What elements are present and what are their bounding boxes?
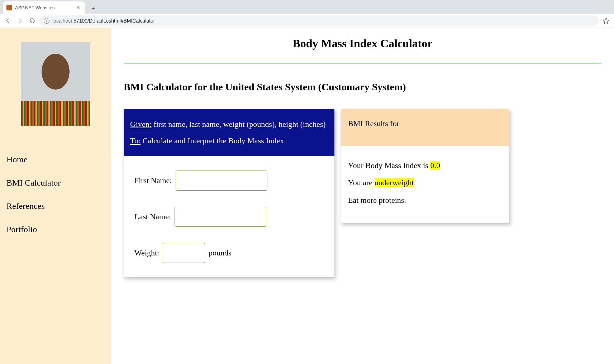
result-advice: Eat more proteins. bbox=[348, 192, 502, 209]
result-status-prefix: You are bbox=[348, 178, 375, 187]
forward-button[interactable] bbox=[15, 16, 25, 26]
bookmark-button[interactable] bbox=[601, 16, 611, 26]
site-info-icon[interactable]: i bbox=[44, 18, 49, 24]
browser-tab[interactable]: ASP.NET Websites ✕ bbox=[3, 1, 85, 14]
result-card: BMI Results for Your Body Mass Index is … bbox=[341, 109, 509, 223]
given-label: Given: bbox=[130, 120, 152, 129]
result-line-status: You are underweight bbox=[348, 174, 502, 191]
result-bmi-prefix: Your Body Mass Index is bbox=[348, 161, 430, 170]
last-name-row: Last Name: bbox=[134, 207, 324, 227]
url-host: localhost: bbox=[52, 18, 73, 24]
weight-row: Weight: pounds bbox=[134, 243, 324, 263]
new-tab-button[interactable]: + bbox=[88, 4, 98, 14]
close-tab-icon[interactable]: ✕ bbox=[75, 4, 82, 11]
weight-input[interactable] bbox=[163, 243, 205, 263]
panels: Given: first name, last name, weight (po… bbox=[124, 109, 601, 277]
sidebar-link-home[interactable]: Home bbox=[6, 155, 111, 164]
last-name-input[interactable] bbox=[175, 207, 266, 227]
browser-chrome: ASP.NET Websites ✕ + i localhost:57100/D… bbox=[0, 0, 614, 28]
avatar-container bbox=[0, 28, 111, 133]
result-header: BMI Results for bbox=[341, 109, 509, 146]
first-name-row: First Name: bbox=[134, 171, 324, 191]
sidebar-link-portfolio[interactable]: Portfolio bbox=[6, 225, 111, 234]
result-bmi-value: 0.0 bbox=[430, 161, 440, 170]
sidebar-nav: Home BMI Calculator References Portfolio bbox=[0, 133, 111, 234]
reload-button[interactable] bbox=[27, 16, 37, 26]
tab-bar: ASP.NET Websites ✕ + bbox=[0, 0, 614, 14]
result-line-bmi: Your Body Mass Index is 0.0 bbox=[348, 157, 502, 174]
toolbar: i localhost:57100/Default.cshtml#BMICalc… bbox=[0, 14, 614, 28]
page-title: Body Mass Index Calculator bbox=[124, 37, 601, 50]
calculator-header: Given: first name, last name, weight (po… bbox=[124, 109, 334, 156]
page: Home BMI Calculator References Portfolio… bbox=[0, 28, 614, 364]
calculator-body: First Name: Last Name: Weight: pounds bbox=[124, 156, 334, 277]
tab-title: ASP.NET Websites bbox=[15, 5, 75, 10]
first-name-label: First Name: bbox=[134, 176, 172, 185]
favicon-icon bbox=[6, 5, 12, 10]
address-bar[interactable]: i localhost:57100/Default.cshtml#BMICalc… bbox=[39, 15, 599, 26]
divider bbox=[124, 63, 601, 63]
url-path: 57100/Default.cshtml#BMICalculator bbox=[73, 18, 155, 24]
section-title: BMI Calculator for the United States Sys… bbox=[124, 81, 601, 93]
back-button[interactable] bbox=[3, 16, 13, 26]
sidebar-link-references[interactable]: References bbox=[6, 201, 111, 211]
sidebar-link-bmi[interactable]: BMI Calculator bbox=[6, 178, 111, 188]
calculator-card: Given: first name, last name, weight (po… bbox=[124, 109, 334, 277]
to-text: Calculate and Interpret the Body Mass In… bbox=[141, 136, 284, 145]
first-name-input[interactable] bbox=[176, 171, 267, 191]
sidebar: Home BMI Calculator References Portfolio bbox=[0, 28, 111, 364]
given-text: first name, last name, weight (pounds), … bbox=[152, 120, 326, 129]
to-label: To: bbox=[130, 136, 141, 145]
main-content: Body Mass Index Calculator BMI Calculato… bbox=[111, 28, 614, 364]
profile-photo bbox=[21, 42, 90, 126]
weight-unit: pounds bbox=[209, 248, 232, 258]
last-name-label: Last Name: bbox=[134, 212, 171, 221]
weight-label: Weight: bbox=[134, 248, 159, 258]
result-body: Your Body Mass Index is 0.0 You are unde… bbox=[341, 146, 509, 223]
result-status-value: underweight bbox=[375, 178, 414, 187]
